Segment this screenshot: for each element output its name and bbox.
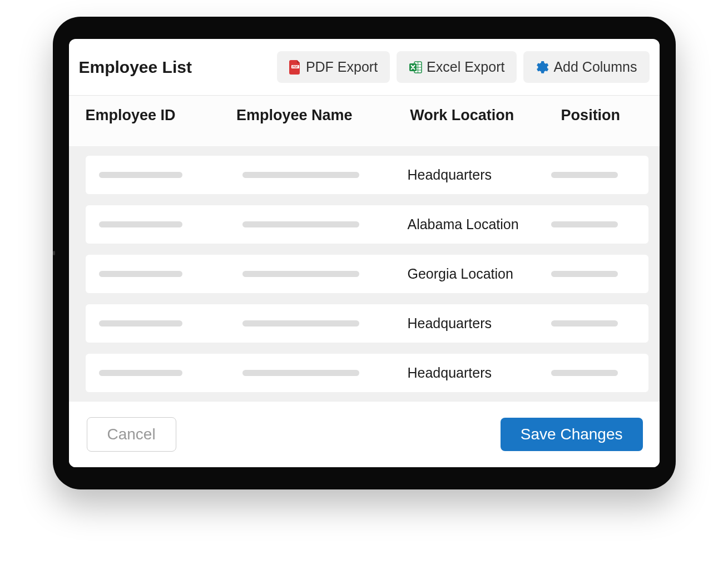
table-rows-container: Headquarters Alabama Location Georgia Lo…	[69, 147, 660, 401]
table-column-headers: Employee ID Employee Name Work Location …	[69, 96, 660, 147]
add-columns-label: Add Columns	[553, 59, 637, 75]
cancel-button[interactable]: Cancel	[87, 417, 176, 452]
position-placeholder	[551, 271, 618, 277]
employee-name-placeholder	[242, 172, 359, 178]
header-actions: PDF PDF Export	[277, 51, 650, 83]
pdf-export-label: PDF Export	[306, 59, 378, 75]
work-location-cell: Headquarters	[407, 167, 551, 183]
tablet-edge-mark	[53, 251, 55, 255]
table-row[interactable]: Headquarters	[86, 304, 648, 343]
gear-icon	[536, 61, 549, 74]
page-title: Employee List	[79, 58, 192, 77]
work-location-cell: Alabama Location	[407, 216, 551, 232]
employee-id-placeholder	[99, 172, 182, 178]
work-location-cell: Georgia Location	[407, 266, 551, 282]
save-changes-button[interactable]: Save Changes	[501, 418, 643, 451]
employee-name-placeholder	[242, 221, 359, 227]
employee-name-placeholder	[242, 370, 359, 376]
footer-actions: Cancel Save Changes	[69, 401, 660, 467]
header-bar: Employee List PDF PDF Export	[69, 39, 660, 96]
add-columns-button[interactable]: Add Columns	[523, 51, 649, 83]
table-row[interactable]: Headquarters	[86, 156, 648, 194]
column-header-position: Position	[561, 107, 652, 124]
employee-id-placeholder	[99, 320, 182, 326]
work-location-cell: Headquarters	[407, 365, 551, 381]
column-header-work-location: Work Location	[410, 107, 561, 124]
column-header-employee-id: Employee ID	[86, 107, 236, 124]
table-row[interactable]: Georgia Location	[86, 255, 648, 293]
employee-id-placeholder	[99, 370, 182, 376]
pdf-file-icon: PDF	[289, 60, 301, 75]
excel-export-label: Excel Export	[427, 59, 504, 75]
tablet-device-frame: Employee List PDF PDF Export	[53, 17, 676, 489]
employee-id-placeholder	[99, 221, 182, 227]
work-location-cell: Headquarters	[407, 315, 551, 331]
table-row[interactable]: Headquarters	[86, 354, 648, 392]
employee-name-placeholder	[242, 271, 359, 277]
position-placeholder	[551, 320, 618, 326]
app-screen: Employee List PDF PDF Export	[69, 39, 660, 467]
column-header-employee-name: Employee Name	[236, 107, 410, 124]
position-placeholder	[551, 370, 618, 376]
excel-file-icon	[409, 61, 422, 74]
excel-export-button[interactable]: Excel Export	[397, 51, 517, 83]
table-row[interactable]: Alabama Location	[86, 205, 648, 244]
pdf-export-button[interactable]: PDF PDF Export	[277, 51, 390, 83]
svg-text:PDF: PDF	[293, 65, 298, 68]
position-placeholder	[551, 172, 618, 178]
position-placeholder	[551, 221, 618, 227]
employee-id-placeholder	[99, 271, 182, 277]
employee-name-placeholder	[242, 320, 359, 326]
